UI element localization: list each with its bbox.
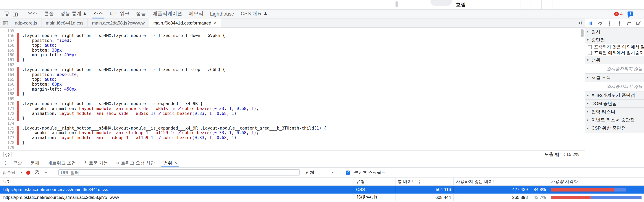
drawer-tab-network-conditions[interactable]: 네트워크 조건 <box>44 158 80 167</box>
tab-sources[interactable]: 소스 <box>90 9 107 18</box>
code-line[interactable]: 165 top: auto; <box>0 77 585 82</box>
step-out-button[interactable] <box>616 19 623 26</box>
tab-console[interactable]: 콘솔 <box>41 9 57 18</box>
section-event-listener-breakpoints[interactable]: ▸ 이벤트 리스너 중단점 <box>585 116 644 124</box>
line-number[interactable]: 167 <box>0 87 16 92</box>
line-number[interactable]: 174 <box>0 121 16 126</box>
step-button[interactable] <box>625 19 632 26</box>
section-dom-breakpoints[interactable]: ▸ DOM 중단점 <box>585 100 644 108</box>
code-line[interactable]: 163.Layout-module__right_bottom___s54MX.… <box>0 67 585 72</box>
line-number[interactable]: 166 <box>0 82 16 87</box>
more-tabs-icon[interactable] <box>575 18 585 27</box>
bezier-curve-swatch[interactable] <box>178 131 181 136</box>
tab-performance[interactable]: 성능 <box>133 9 149 18</box>
tab-network[interactable]: 네트워크 <box>106 9 133 18</box>
column-header-type[interactable]: 유형 <box>354 178 396 185</box>
record-coverage-button[interactable] <box>26 170 30 174</box>
code-line[interactable]: 179 <box>0 145 585 150</box>
line-number[interactable]: 172 <box>0 111 16 116</box>
section-watch[interactable]: ▸ 감시 <box>585 28 644 36</box>
clear-coverage-button[interactable] <box>34 169 40 176</box>
line-number[interactable]: 161 <box>0 57 16 62</box>
code-line[interactable]: 162 <box>0 62 585 67</box>
file-tab-main-css-formatted[interactable]: main.f6c8441d.css:formatted × <box>149 18 221 27</box>
drawer-tab-issues[interactable]: 문제 <box>26 158 44 167</box>
page-scrollbar-thumb[interactable] <box>396 1 398 7</box>
scrollbar-thumb[interactable] <box>581 29 584 37</box>
content-scripts-checkbox[interactable]: ✓ <box>346 170 350 174</box>
code-line[interactable]: 166 bottom: 60px; <box>0 82 585 87</box>
line-number[interactable]: 173 <box>0 116 16 121</box>
line-number[interactable]: 158 <box>0 43 16 48</box>
toggle-navigator-icon[interactable] <box>0 18 11 27</box>
line-number[interactable]: 177 <box>0 135 16 140</box>
line-number[interactable]: 165 <box>0 77 16 82</box>
tab-lighthouse[interactable]: Lighthouse <box>207 9 237 18</box>
code-line[interactable]: 167 margin-left: 450px <box>0 87 585 92</box>
kebab-menu-icon[interactable]: ⋮ <box>2 158 9 167</box>
line-number[interactable]: 157 <box>0 38 16 43</box>
url-filter-input[interactable] <box>58 170 300 176</box>
checkbox-unchecked[interactable] <box>588 45 592 49</box>
tab-performance-insights[interactable]: 성능 통계 <box>57 9 90 18</box>
line-number[interactable]: 171 <box>0 106 16 111</box>
code-line[interactable]: 161} <box>0 57 585 62</box>
tab-application[interactable]: 애플리케이션 <box>149 9 185 18</box>
table-row[interactable]: https://pm.pstatic.net/resources/js/main… <box>0 194 644 202</box>
line-number[interactable]: 160 <box>0 53 16 58</box>
tab-css-overview[interactable]: CSS 개요 <box>237 9 271 18</box>
line-number[interactable]: 162 <box>0 62 16 67</box>
tab-memory[interactable]: 메모리 <box>186 9 207 18</box>
line-number[interactable]: 164 <box>0 72 16 77</box>
column-header-total-bytes[interactable]: 총 바이트 수 <box>396 178 454 185</box>
line-number[interactable]: 169 <box>0 96 16 101</box>
section-breakpoints[interactable]: ▾ 중단점 <box>585 36 644 44</box>
file-tab-ndp-core[interactable]: ndp-core.js <box>11 18 42 27</box>
line-number[interactable]: 159 <box>0 48 16 53</box>
step-into-button[interactable] <box>606 19 614 26</box>
column-header-url[interactable]: URL <box>0 178 354 185</box>
code-line[interactable]: 160 margin-left: 450px <box>0 53 585 58</box>
code-line[interactable]: 159 bottom: 30px; <box>0 48 585 53</box>
line-number[interactable]: 163 <box>0 67 16 72</box>
line-number[interactable]: 175 <box>0 126 16 131</box>
file-tab-main-css[interactable]: main.f6c8441d.css <box>42 18 88 27</box>
code-line[interactable]: 164 position: absolute; <box>0 72 585 77</box>
line-number[interactable]: 176 <box>0 131 16 136</box>
code-line[interactable]: 157 position: fixed; <box>0 38 585 43</box>
code-line[interactable]: 173} <box>0 116 585 121</box>
line-number[interactable]: 155 <box>0 28 16 33</box>
drawer-tab-coverage[interactable]: 범위 × <box>159 158 181 167</box>
code-line[interactable]: 174 <box>0 121 585 126</box>
close-icon[interactable]: × <box>174 160 177 165</box>
drawer-tab-console[interactable]: 콘솔 <box>9 158 26 167</box>
line-number[interactable]: 168 <box>0 92 16 97</box>
column-header-unused-bytes[interactable]: 사용하지 않는 바이트 <box>454 178 548 185</box>
close-icon[interactable]: × <box>214 20 216 25</box>
column-header-usage-visualization[interactable]: 사용량 시각화 <box>548 178 644 185</box>
line-number[interactable]: 170 <box>0 101 16 106</box>
section-scope[interactable]: ▾ 범위 <box>585 56 644 64</box>
code-line[interactable]: 175.Layout-module__right_bottom___s54MX.… <box>0 126 585 131</box>
tab-elements[interactable]: 요소 <box>24 9 41 18</box>
section-csp-violation-breakpoints[interactable]: ▸ CSP 위반 중단점 <box>585 124 644 133</box>
file-tab-main-js[interactable]: main.acc2da58.js?o=www <box>88 18 149 27</box>
bezier-curve-swatch[interactable] <box>158 111 162 116</box>
code-line[interactable]: 168} <box>0 92 585 97</box>
code-line[interactable]: 171 -webkit-animation: Layout-module__an… <box>0 106 585 111</box>
checkbox-unchecked[interactable] <box>588 51 592 55</box>
code-line[interactable]: 172 animation: Layout-module__ani_show_s… <box>0 111 585 116</box>
table-row[interactable]: https://pm.pstatic.net/resources/css/mai… <box>0 186 644 194</box>
code-line[interactable]: 156.Layout-module__right_bottom___s54MX.… <box>0 33 585 38</box>
pause-button[interactable] <box>587 19 594 26</box>
console-error-badge[interactable]: 4 <box>614 11 622 16</box>
section-global-listeners[interactable]: ▸ 전역 리스너 <box>585 108 644 116</box>
coverage-type-select[interactable]: 함수당 ▾ <box>2 170 22 175</box>
code-line[interactable]: 170.Layout-module__right_bottom___s54MX.… <box>0 101 585 106</box>
code-line[interactable]: 176 -webkit-animation: Layout-module__an… <box>0 131 585 136</box>
code-line[interactable]: 158 top: auto; <box>0 43 585 48</box>
line-number[interactable]: 179 <box>0 145 16 150</box>
drawer-tab-network-request-blocking[interactable]: 네트워크 요청 차단 <box>112 158 159 167</box>
bezier-curve-swatch[interactable] <box>158 136 162 141</box>
code-editor[interactable]: 155156.Layout-module__right_bottom___s54… <box>0 28 585 150</box>
